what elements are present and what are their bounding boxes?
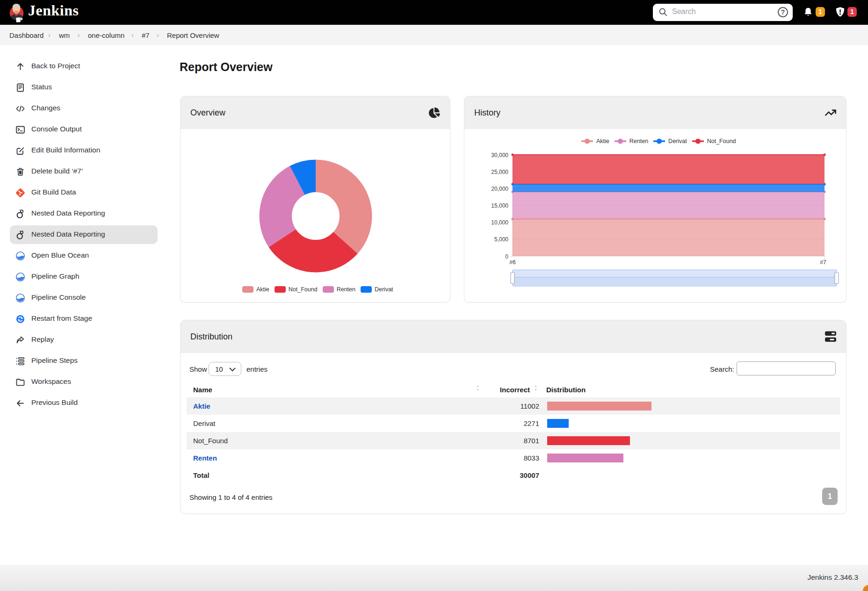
svg-text:15,000: 15,000	[491, 202, 508, 209]
svg-text:#7: #7	[820, 259, 826, 266]
svg-text:#6: #6	[509, 259, 516, 266]
svg-text:25,000: 25,000	[491, 169, 508, 175]
svg-text:20,000: 20,000	[491, 186, 508, 192]
svg-text:0: 0	[505, 253, 508, 260]
svg-text:30,000: 30,000	[491, 152, 508, 159]
svg-text:10,000: 10,000	[491, 219, 508, 226]
svg-text:5,000: 5,000	[494, 236, 508, 243]
